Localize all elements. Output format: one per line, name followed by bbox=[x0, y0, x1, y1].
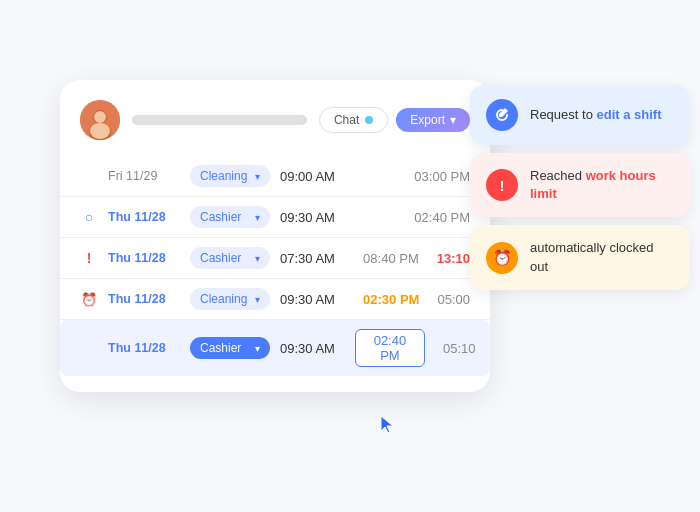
table-row: ○ Thu 11/28 Cashier ▾ 09:30 AM 02:40 PM bbox=[60, 197, 490, 238]
role-badge[interactable]: Cleaning ▾ bbox=[190, 165, 270, 187]
tooltip-auto-clockout-text: automatically clocked out bbox=[530, 239, 674, 275]
auto-clockout-icon: ⏰ bbox=[486, 242, 518, 274]
row-date: Thu 11/28 bbox=[108, 251, 180, 265]
tooltips-area: Request to edit a shift ! Reached work h… bbox=[470, 85, 690, 290]
table-row: Fri 11/29 Cleaning ▾ 09:00 AM 03:00 PM bbox=[60, 156, 490, 197]
chevron-down-icon: ▾ bbox=[255, 171, 260, 182]
avatar bbox=[80, 100, 120, 140]
chat-label: Chat bbox=[334, 113, 359, 127]
edit-shift-icon bbox=[486, 99, 518, 131]
duration: 05:10 bbox=[443, 341, 476, 356]
card-header: Chat Export ▾ bbox=[60, 100, 490, 156]
clock-icon: ⏰ bbox=[80, 292, 98, 307]
row-date: Thu 11/28 bbox=[108, 292, 180, 306]
start-time: 09:00 AM bbox=[280, 169, 335, 184]
role-label: Cashier bbox=[200, 251, 241, 265]
role-badge[interactable]: Cashier ▾ bbox=[190, 337, 270, 359]
role-badge[interactable]: Cashier ▾ bbox=[190, 247, 270, 269]
duration: 13:10 bbox=[437, 251, 470, 266]
table-row: Thu 11/28 Cashier ▾ 09:30 AM 02:40 PM 05… bbox=[60, 320, 490, 376]
end-time-input[interactable]: 02:40 PM bbox=[355, 329, 425, 367]
user-name-bar bbox=[132, 115, 307, 125]
start-time: 09:30 AM bbox=[280, 210, 335, 225]
duration: 05:00 bbox=[437, 292, 470, 307]
circle-icon: ○ bbox=[80, 209, 98, 225]
svg-marker-5 bbox=[381, 416, 393, 433]
end-time: 02:30 PM bbox=[363, 292, 419, 307]
svg-point-4 bbox=[90, 123, 110, 139]
header-actions: Chat Export ▾ bbox=[319, 107, 470, 133]
export-button[interactable]: Export ▾ bbox=[396, 108, 470, 132]
chat-dot-icon bbox=[365, 116, 373, 124]
tooltip-work-hours: ! Reached work hours limit bbox=[470, 153, 690, 217]
chevron-down-icon: ▾ bbox=[255, 253, 260, 264]
row-date: Thu 11/28 bbox=[108, 210, 180, 224]
work-hours-highlight: work hours limit bbox=[530, 168, 656, 201]
warning-icon: ! bbox=[80, 250, 98, 266]
start-time: 07:30 AM bbox=[280, 251, 335, 266]
chevron-down-icon: ▾ bbox=[255, 294, 260, 305]
role-label: Cashier bbox=[200, 341, 241, 355]
shifts-table: Fri 11/29 Cleaning ▾ 09:00 AM 03:00 PM ○… bbox=[60, 156, 490, 376]
tooltip-edit-shift: Request to edit a shift bbox=[470, 85, 690, 145]
table-row: ⏰ Thu 11/28 Cleaning ▾ 09:30 AM 02:30 PM… bbox=[60, 279, 490, 320]
row-date: Fri 11/29 bbox=[108, 169, 180, 183]
export-chevron-icon: ▾ bbox=[450, 113, 456, 127]
end-time: 08:40 PM bbox=[363, 251, 419, 266]
tooltip-edit-shift-text: Request to edit a shift bbox=[530, 106, 662, 124]
tooltip-work-hours-text: Reached work hours limit bbox=[530, 167, 674, 203]
table-row: ! Thu 11/28 Cashier ▾ 07:30 AM 08:40 PM … bbox=[60, 238, 490, 279]
main-card: Chat Export ▾ Fri 11/29 Cleaning ▾ 09:00… bbox=[60, 80, 490, 392]
tooltip-auto-clockout: ⏰ automatically clocked out bbox=[470, 225, 690, 289]
role-badge[interactable]: Cleaning ▾ bbox=[190, 288, 270, 310]
chat-button[interactable]: Chat bbox=[319, 107, 388, 133]
work-hours-icon: ! bbox=[486, 169, 518, 201]
role-badge[interactable]: Cashier ▾ bbox=[190, 206, 270, 228]
cursor bbox=[378, 415, 398, 435]
chevron-down-icon: ▾ bbox=[255, 343, 260, 354]
export-label: Export bbox=[410, 113, 445, 127]
role-label: Cleaning bbox=[200, 292, 247, 306]
edit-shift-highlight: edit a shift bbox=[597, 107, 662, 122]
end-time: 03:00 PM bbox=[414, 169, 470, 184]
row-date: Thu 11/28 bbox=[108, 341, 180, 355]
role-label: Cleaning bbox=[200, 169, 247, 183]
role-label: Cashier bbox=[200, 210, 241, 224]
start-time: 09:30 AM bbox=[280, 292, 335, 307]
start-time: 09:30 AM bbox=[280, 341, 335, 356]
chevron-down-icon: ▾ bbox=[255, 212, 260, 223]
svg-point-2 bbox=[94, 111, 106, 123]
end-time: 02:40 PM bbox=[414, 210, 470, 225]
